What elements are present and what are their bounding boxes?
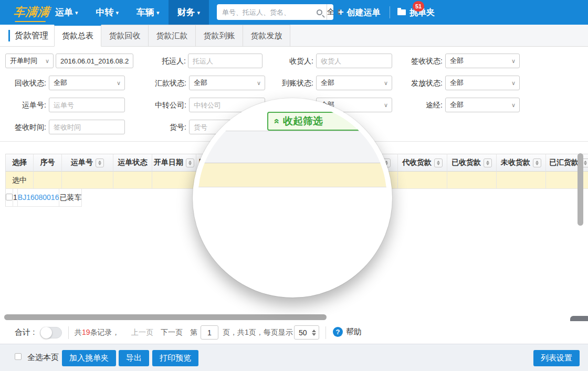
- chevron-down-icon: ∨: [117, 76, 121, 90]
- column-header-label: 运单号: [71, 158, 93, 167]
- total-toggle[interactable]: [40, 327, 62, 338]
- row-checkbox[interactable]: [6, 194, 13, 200]
- chevron-down-icon: ▾: [116, 1, 119, 25]
- select-all-checkbox[interactable]: [15, 353, 22, 360]
- footer-divider: [326, 326, 326, 339]
- add-to-folder-button[interactable]: 加入挑单夹: [62, 350, 116, 366]
- tabs: 货款总表货款回收货款汇款货款到账货款发放: [54, 25, 290, 47]
- list-settings-button[interactable]: 列表设置: [533, 350, 580, 366]
- page-size-select[interactable]: 50: [294, 325, 319, 340]
- horizontal-scrollbar[interactable]: [4, 314, 327, 320]
- column-header-选择: 选择: [5, 154, 34, 172]
- print-preview-button[interactable]: 打印预览: [152, 350, 198, 366]
- remit-status-select[interactable]: 全部∨: [189, 76, 265, 90]
- sign-time-label: 签收时间:: [8, 120, 46, 134]
- filter-cell: [152, 172, 196, 189]
- column-header-代收货款: 代收货款: [398, 154, 447, 172]
- column-header-label: 未收货款: [501, 158, 530, 167]
- page-number-input[interactable]: [201, 325, 218, 340]
- recover-status-select[interactable]: 全部∨: [49, 76, 125, 90]
- sort-icon[interactable]: [434, 158, 443, 167]
- waybill-no-label: 运单号:: [15, 98, 46, 112]
- top-navbar: 车满满 运单▾中转▾车辆▾财务▾公司▾ 全 +创建运单 挑单夹 51: [0, 0, 588, 25]
- updown-arrows-icon: [312, 330, 316, 336]
- nav-menu-label: 运单: [55, 0, 73, 25]
- via-select[interactable]: 全部∨: [445, 98, 520, 112]
- magnified-header-row: [198, 131, 387, 163]
- sort-icon[interactable]: [533, 158, 541, 167]
- tab-货款汇款[interactable]: 货款汇款: [149, 25, 196, 47]
- cargo-no-label: 货号:: [163, 120, 186, 134]
- consignee-label: 收货人:: [280, 54, 313, 68]
- via-label: 途经:: [417, 98, 443, 112]
- nav-menu-财务[interactable]: 财务▾: [169, 0, 209, 25]
- arrive-status-select[interactable]: 全部∨: [316, 76, 392, 90]
- open-time-range-input[interactable]: [56, 54, 133, 68]
- shipper-label: 托运人:: [152, 54, 186, 68]
- nav-menu-车辆[interactable]: 车辆▾: [128, 0, 169, 25]
- sort-icon[interactable]: [96, 158, 104, 167]
- nav-menu-中转[interactable]: 中转▾: [87, 0, 128, 25]
- magnifier-lens: «收起筛选: [193, 98, 392, 298]
- search-scope-value: 全: [327, 7, 334, 17]
- dispatch-status-select[interactable]: 全部∨: [445, 76, 520, 90]
- column-header-运单状态: 运单状态: [113, 154, 152, 172]
- column-header-已收货款: 已收货款: [447, 154, 497, 172]
- sort-down-arrow: [486, 163, 489, 165]
- filter-cell: [398, 172, 447, 189]
- prev-page-link[interactable]: 上一页: [131, 328, 153, 337]
- export-button[interactable]: 导出: [119, 350, 149, 366]
- column-header-序号: 序号: [34, 154, 62, 172]
- sort-icon[interactable]: [186, 158, 194, 167]
- app-logo: 车满满: [13, 4, 50, 20]
- open-time-type-select[interactable]: 开单时间∨: [5, 54, 54, 68]
- page-label-pre: 第: [190, 328, 197, 337]
- remit-status-label: 汇款状态:: [148, 76, 186, 90]
- sort-down-arrow: [437, 163, 440, 165]
- page-size-value: 50: [299, 328, 307, 337]
- chevron-down-icon: ∨: [511, 98, 516, 112]
- nav-menu-运单[interactable]: 运单▾: [46, 0, 87, 25]
- shipper-input[interactable]: [188, 54, 262, 68]
- total-label: 合计 :: [15, 327, 35, 337]
- collapse-icon: «: [269, 119, 286, 124]
- next-page-link[interactable]: 下一页: [161, 328, 183, 337]
- row-number-cell: 1: [13, 189, 18, 207]
- chevron-down-icon: ∨: [384, 98, 388, 112]
- plus-icon: +: [338, 7, 344, 17]
- nav-menu-label: 财务: [177, 0, 195, 25]
- sort-icon[interactable]: [484, 158, 492, 167]
- chevron-down-icon: ∨: [384, 76, 388, 90]
- chevron-down-icon: ▾: [156, 1, 160, 25]
- page-title: 货款管理: [8, 30, 48, 41]
- column-header-label: 代收货款: [402, 158, 432, 167]
- waybill-no-input[interactable]: [49, 98, 125, 112]
- search-input[interactable]: [217, 4, 317, 20]
- tab-货款到账[interactable]: 货款到账: [196, 25, 243, 47]
- search-icon[interactable]: [317, 9, 322, 15]
- sign-status-select[interactable]: 全部∨: [445, 54, 520, 68]
- global-search: 全: [217, 4, 333, 20]
- column-header-label: 选择: [12, 158, 27, 167]
- chevron-down-icon: ▾: [75, 1, 78, 25]
- tab-货款总表[interactable]: 货款总表: [54, 25, 101, 47]
- footer-divider: [68, 326, 69, 339]
- create-waybill-button[interactable]: +创建运单: [338, 0, 381, 25]
- tab-bar: 货款管理 货款总表货款回收货款汇款货款到账货款发放: [0, 25, 588, 47]
- chevron-down-icon: ∨: [511, 76, 516, 90]
- filter-cell: 选中: [5, 172, 34, 189]
- waybill-link[interactable]: BJ16080016: [18, 193, 59, 202]
- help-button[interactable]: ?帮助: [333, 327, 362, 337]
- record-count: 19: [82, 328, 90, 336]
- tab-货款发放[interactable]: 货款发放: [243, 25, 290, 47]
- chevron-down-icon: ∨: [511, 54, 516, 68]
- transfer-company-label: 中转公司:: [148, 98, 186, 112]
- magnified-filter-row: [198, 163, 387, 187]
- vertical-scrollbar[interactable]: [578, 153, 583, 226]
- sign-time-input[interactable]: [49, 120, 125, 134]
- tab-货款回收[interactable]: 货款回收: [101, 25, 149, 47]
- sort-down-arrow: [188, 163, 192, 165]
- consignee-input[interactable]: [316, 54, 392, 68]
- filter-cell: [497, 172, 546, 189]
- select-all-label: 全选本页: [27, 353, 59, 363]
